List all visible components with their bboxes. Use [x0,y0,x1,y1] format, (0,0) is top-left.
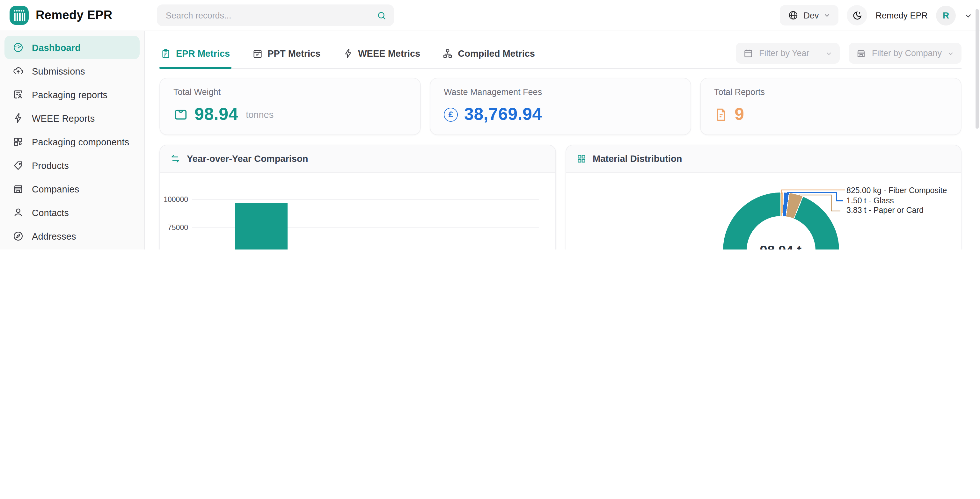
sidebar-nav: Dashboard Submissions Packaging reports … [0,30,144,249]
tab-compiled-metrics[interactable]: Compiled Metrics [441,38,536,68]
stat-waste-management-fees: Waste Management Fees £ 38,769.94 [430,78,691,135]
dashboard-panels: Year-over-Year Comparison 02500050000750… [159,145,961,249]
sidebar-item-products[interactable]: Products [5,154,140,177]
tab-epr-metrics[interactable]: EPR Metrics [159,38,231,68]
main-content: EPR Metrics PPT Metrics WEEE Metrics Com… [145,30,980,249]
bar-2025-weight [235,203,287,249]
sidebar-item-companies[interactable]: Companies [5,177,140,201]
tag-icon [13,160,24,171]
filter-label: Filter by Company [872,48,942,58]
sidebar-item-label: Addresses [32,231,76,241]
sidebar-item-packaging-components[interactable]: Packaging components [5,130,140,154]
chevron-down-icon [824,12,830,19]
y-axis-tick: 75000 [160,224,188,231]
sidebar-item-label: Contacts [32,207,69,218]
sidebar-item-label: Companies [32,184,80,194]
calendar-check-icon [252,48,262,58]
environment-label: Dev [803,11,819,20]
sidebar-item-dashboard[interactable]: Dashboard [5,36,140,59]
sidebar-item-addresses[interactable]: Addresses [5,224,140,248]
tab-label: WEEE Metrics [358,48,420,58]
gauge-icon [13,42,24,53]
stat-label: Total Weight [173,87,407,97]
panel-material-distribution: Material Distribution 98.94 t [565,145,961,249]
globe-icon [788,10,798,21]
tab-weee-metrics[interactable]: WEEE Metrics [341,38,422,68]
tab-ppt-metrics[interactable]: PPT Metrics [251,38,322,68]
filter-label: Filter by Year [759,48,820,58]
brand[interactable]: Remedy EPR [9,5,113,25]
weight-box-icon [173,107,188,122]
grid-squares-icon [576,154,586,164]
avatar-initial: R [943,10,949,21]
tab-label: PPT Metrics [267,48,320,58]
bar-chart: 025000500007500010000020252024 Weight (k… [160,173,555,249]
sidebar-item-label: Products [32,160,69,170]
stat-unit: tonnes [246,109,274,119]
scrollbar-thumb[interactable] [975,9,979,129]
stat-value: 38,769.94 [464,105,542,124]
panel-header: Year-over-Year Comparison [160,145,555,173]
bar-plot-area: 025000500007500010000020252024 [160,183,555,249]
sidebar-item-label: Dashboard [32,42,81,52]
dark-mode-toggle[interactable] [847,5,867,25]
donut-annotation: 3.83 t - Paper or Card [846,206,947,216]
bolt-icon [343,48,353,58]
stat-label: Total Reports [714,87,948,97]
components-grid-icon [13,137,24,147]
bolt-icon [13,113,24,124]
metrics-tabbar: EPR Metrics PPT Metrics WEEE Metrics Com… [159,38,961,69]
sidebar-item-suppliers[interactable]: Suppliers [5,248,140,249]
donut-annotation: 825.00 kg - Fiber Composite [846,186,947,196]
panel-year-over-year: Year-over-Year Comparison 02500050000750… [159,145,556,249]
clipboard-icon [161,48,171,58]
panel-header: Material Distribution [566,145,961,173]
sidebar-item-weee-reports[interactable]: WEEE Reports [5,106,140,130]
stat-total-weight: Total Weight 98.94 tonnes [159,78,421,135]
global-search[interactable] [157,5,394,26]
pound-coin-icon: £ [444,107,458,121]
donut-annotation: 1.50 t - Glass [846,196,947,206]
compass-icon [13,231,24,242]
sidebar-item-submissions[interactable]: Submissions [5,59,140,83]
stat-total-reports: Total Reports 9 [700,78,961,135]
brand-logo-icon [9,5,29,25]
stat-label: Waste Management Fees [444,87,677,97]
stat-value: 9 [735,105,744,124]
topbar-controls: Dev Remedy EPR R [780,0,972,30]
moon-icon [851,10,862,21]
chevron-down-icon [826,50,832,56]
donut-ring: 98.94 t [723,192,839,249]
filters: Filter by Year Filter by Company [736,43,961,64]
filter-by-company[interactable]: Filter by Company [849,43,961,64]
search-input[interactable] [164,10,377,21]
donut-annotations: 825.00 kg - Fiber Composite 1.50 t - Gla… [846,186,947,216]
sidebar-item-label: Packaging components [32,137,129,147]
sidebar-item-contacts[interactable]: Contacts [5,201,140,224]
environment-selector[interactable]: Dev [780,5,838,25]
tab-label: Compiled Metrics [458,48,535,58]
sidebar-item-label: Submissions [32,66,85,76]
sidebar-item-label: WEEE Reports [32,113,95,123]
donut-center-label: 98.94 t [760,243,802,249]
avatar[interactable]: R [936,5,956,25]
person-icon [13,207,24,218]
panel-title: Material Distribution [593,154,682,164]
sidebar-item-packaging-reports[interactable]: Packaging reports [5,83,140,106]
report-file-icon [714,107,728,121]
tab-label: EPR Metrics [176,48,230,58]
account-menu-chevron-icon[interactable] [964,11,972,19]
sidebar-item-label: Packaging reports [32,89,107,100]
chevron-down-icon [948,50,954,56]
donut-chart: 98.94 t 825.00 kg - Fiber Composite 1.50… [566,173,961,249]
app-title: Remedy EPR [36,8,113,22]
stat-value: 98.94 [194,105,238,124]
calendar-icon [744,48,753,58]
sitemap-icon [442,48,453,58]
store-icon [13,184,24,194]
sidebar: Dashboard Submissions Packaging reports … [0,30,145,249]
filter-by-year[interactable]: Filter by Year [736,43,840,64]
donut-hole: 98.94 t [746,216,815,249]
search-icon[interactable] [377,11,387,20]
y-axis-tick: 100000 [160,195,188,203]
